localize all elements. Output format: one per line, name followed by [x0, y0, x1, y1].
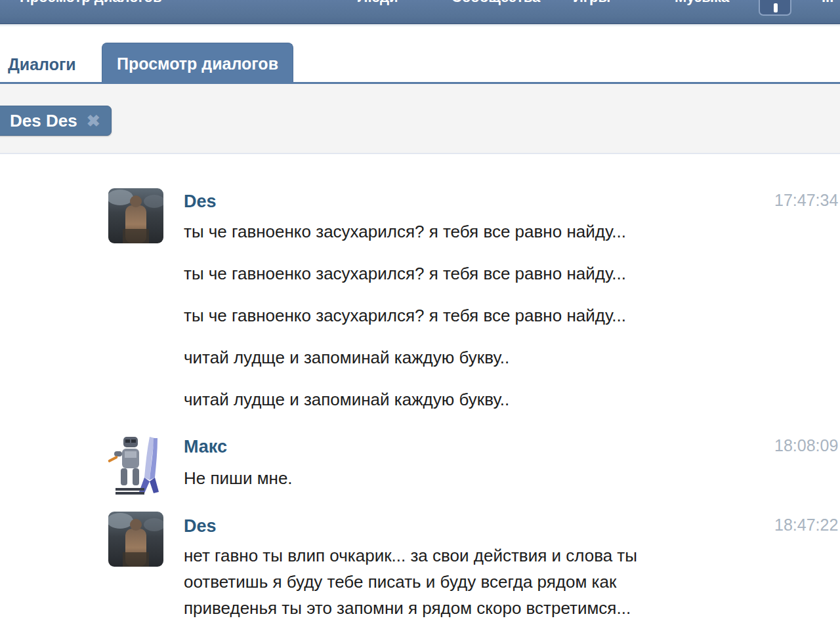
message-timestamp: 18:47:22 [774, 516, 838, 535]
message-author[interactable]: Des [184, 516, 217, 537]
tab-view-dialogs-label: Просмотр диалогов [117, 54, 278, 73]
message-text: ты че гавноенко засухарился? я тебя все … [184, 306, 626, 326]
tab-bar: Диалоги Просмотр диалогов Действия|К [0, 26, 840, 82]
tab-dialogs[interactable]: Диалоги [8, 55, 76, 74]
avatar-des-image [108, 188, 163, 243]
nav-item-overflow[interactable]: ... [822, 0, 833, 5]
message-text: читай лудще и запоминай каждую букву.. [184, 390, 509, 410]
nav-item-communities[interactable]: Сообщества [452, 0, 540, 5]
search-button[interactable] [759, 0, 791, 16]
tab-view-dialogs[interactable]: Просмотр диалогов [102, 43, 293, 82]
message-author[interactable]: Макс [184, 437, 227, 457]
avatar-des[interactable] [108, 188, 163, 243]
message-timestamp: 17:47:34 [774, 191, 838, 210]
filter-panel: Des Des ✖ [0, 84, 840, 154]
avatar-maks[interactable] [106, 432, 168, 496]
app-window: Просмотр диалогов Люди Сообщества Игры М… [0, 0, 840, 629]
avatar-des[interactable] [108, 512, 163, 567]
message-text: ты че гавноенко засухарился? я тебя все … [184, 222, 626, 242]
message-text: читай лудще и запоминай каждую букву.. [184, 348, 509, 368]
close-icon[interactable]: ✖ [87, 113, 100, 129]
message-text-line: приведенья ты это запомни я рядом скоро … [184, 598, 631, 619]
message-text: ты че гавноенко засухарился? я тебя все … [184, 264, 626, 284]
message-text-line: оответишь я буду тебе писать и буду всег… [184, 572, 616, 592]
message-text: Не пиши мне. [184, 468, 293, 489]
nav-item-games[interactable]: Игры [573, 0, 610, 5]
user-filter-chip-label: Des Des [10, 111, 77, 131]
user-filter-chip[interactable]: Des Des ✖ [0, 106, 112, 136]
header-title: Просмотр диалогов [20, 0, 162, 5]
message-timestamp: 18:08:09 [774, 436, 838, 455]
avatar-des-image [108, 512, 163, 567]
message-text-line: нет гавно ты влип очкарик... за свои дей… [184, 546, 637, 566]
nav-item-people[interactable]: Люди [358, 0, 398, 5]
message-author[interactable]: Des [184, 192, 217, 212]
avatar-maks-image [106, 432, 168, 496]
search-icon [774, 3, 778, 12]
nav-item-music[interactable]: Музыка [675, 0, 729, 5]
top-navigation-bar: Просмотр диалогов Люди Сообщества Игры М… [0, 0, 840, 24]
